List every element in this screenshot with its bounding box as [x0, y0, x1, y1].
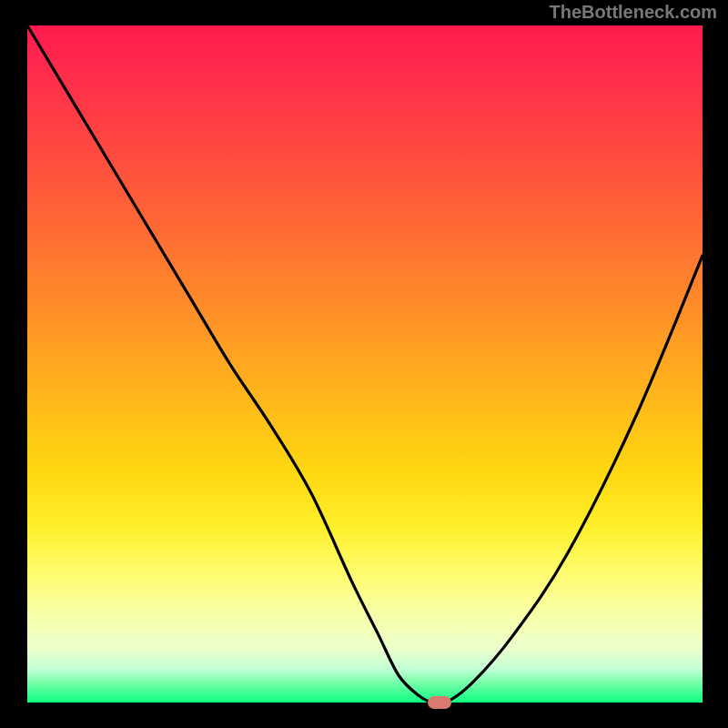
curve-path: [27, 25, 703, 703]
plot-area: [27, 25, 703, 703]
watermark-text: TheBottleneck.com: [550, 2, 717, 23]
bottleneck-curve: [27, 25, 703, 703]
minimum-marker: [428, 696, 451, 709]
chart-frame: TheBottleneck.com: [0, 0, 728, 728]
